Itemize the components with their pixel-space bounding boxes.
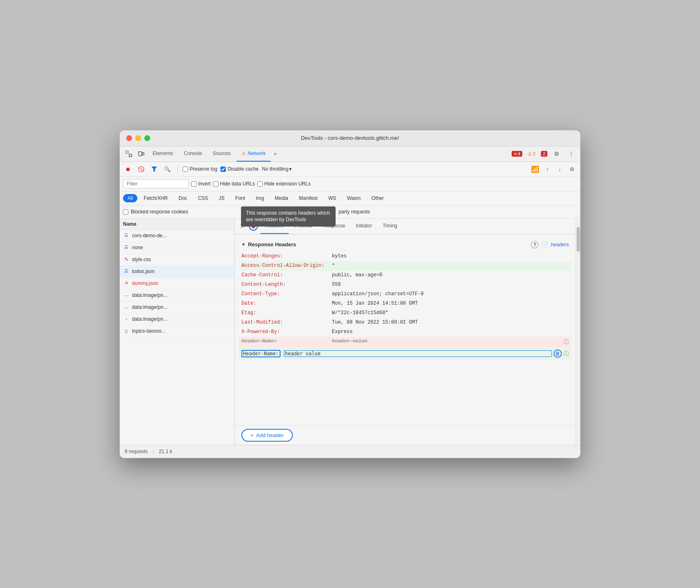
headers-file-button[interactable]: 📄 .headers (542, 242, 569, 248)
img-icon-small: ▪ (123, 316, 130, 322)
tab-elements[interactable]: Elements (148, 146, 178, 162)
network-toolbar: ⏺ 🚫 🔍 Preserve log Disable cache No thro… (120, 162, 580, 177)
scrollbar-thumb[interactable] (577, 227, 580, 252)
header-row: Last-Modified: Tue, 08 Nov 2022 15:00:01… (241, 318, 569, 327)
filter-js[interactable]: JS (214, 194, 229, 202)
svg-marker-4 (151, 167, 157, 171)
help-icon[interactable]: ? (531, 241, 538, 248)
hide-data-urls-label[interactable]: Hide data URLs (213, 181, 255, 187)
blocked-cookies-checkbox[interactable] (123, 209, 128, 215)
disable-cache-label[interactable]: Disable cache (220, 166, 258, 172)
inspect-element-icon[interactable] (123, 148, 134, 160)
clear-button[interactable]: 🚫 (136, 164, 146, 174)
filter-doc[interactable]: Doc (174, 194, 192, 202)
upload-icon[interactable]: ↑ (542, 164, 552, 174)
add-header-section: + Add header (235, 425, 575, 445)
delete-header-icon[interactable]: 🗑 (554, 350, 562, 358)
devtools-window: DevTools - cors-demo-devtools.glitch.me/… (120, 130, 580, 458)
request-list-header: Name (120, 219, 234, 230)
device-toolbar-icon[interactable] (135, 148, 147, 160)
warning-badge: ⚠ 2 (526, 150, 538, 157)
filter-media[interactable]: Media (270, 194, 293, 202)
error-icon: ✕ (123, 280, 130, 287)
info-icon[interactable]: ⓘ (563, 338, 569, 346)
svg-rect-3 (142, 153, 144, 155)
filter-fetch-xhr[interactable]: Fetch/XHR (139, 194, 172, 202)
blocked-notice-bar: Blocked response cookies This response c… (120, 206, 580, 219)
filter-manifest[interactable]: Manifest (294, 194, 322, 202)
hide-extension-urls-label[interactable]: Hide extension URLs (257, 181, 311, 187)
css-icon: ✎ (123, 256, 130, 263)
info-icon-2[interactable]: ⓘ (563, 350, 569, 357)
tab-timing[interactable]: Timing (378, 219, 402, 234)
header-row-strikethrough: Header-Name: header value ⓘ (239, 337, 571, 348)
search-icon[interactable]: 🔍 (162, 164, 172, 174)
download-icon[interactable]: ↓ (555, 164, 565, 174)
response-headers-section-title: ▼ Response Headers ? 📄 .headers (241, 238, 569, 252)
main-content-area: Name ☰ cors-demo-de... ☰ none ✎ style.cs… (120, 219, 580, 445)
add-header-label: Add header (256, 432, 284, 438)
filter-wasm[interactable]: Wasm (343, 194, 366, 202)
headers-content: ▼ Response Headers ? 📄 .headers Accept-R… (235, 234, 575, 425)
hide-data-urls-checkbox[interactable] (213, 181, 218, 187)
tab-initiator[interactable]: Initiator (351, 219, 377, 234)
close-window-button[interactable] (126, 135, 132, 141)
preserve-log-label[interactable]: Preserve log (183, 166, 217, 172)
list-item[interactable]: — data:image/pn... (120, 301, 234, 313)
invert-checkbox[interactable] (191, 181, 197, 187)
list-item[interactable]: ✎ style.css (120, 254, 234, 266)
throttle-select[interactable]: No throttling ▾ (262, 166, 292, 172)
wifi-icon[interactable]: 📶 (530, 164, 540, 174)
triangle-icon: ▼ (241, 242, 246, 247)
more-options-icon[interactable]: ⋮ (566, 148, 577, 160)
list-item-selected[interactable]: ☰ todos.json (120, 266, 234, 278)
section-actions: ? 📄 .headers (531, 241, 569, 248)
header-row: Accept-Ranges: bytes (241, 252, 569, 261)
separator (177, 165, 178, 173)
disable-cache-checkbox[interactable] (220, 167, 226, 172)
chevron-down-icon: ▾ (289, 166, 292, 172)
network-settings-icon[interactable]: ⚙ (567, 164, 577, 174)
scrollbar[interactable] (575, 219, 580, 445)
type-filter-bar: All Fetch/XHR Doc CSS JS Font Img Media … (120, 192, 580, 206)
filter-all[interactable]: All (123, 194, 137, 202)
invert-label[interactable]: Invert (191, 181, 211, 187)
tab-network[interactable]: ⚠ Network (236, 146, 271, 162)
file-icon: 📄 (542, 242, 548, 248)
list-item[interactable]: ☰ none (120, 242, 234, 254)
error-badge: ✕ 4 (512, 151, 522, 157)
transfer-size: 21.1 k (159, 449, 172, 454)
preserve-log-checkbox[interactable] (183, 167, 188, 172)
hide-extension-urls-checkbox[interactable] (257, 181, 263, 187)
record-button[interactable]: ⏺ (123, 164, 133, 174)
window-title: DevTools - cors-demo-devtools.glitch.me/ (301, 135, 399, 141)
tab-sources[interactable]: Sources (208, 146, 236, 162)
header-row: Date: Mon, 15 Jan 2024 14:51:08 GMT (241, 299, 569, 308)
filter-icon[interactable] (149, 164, 159, 174)
list-item[interactable]: — data:image/pn... (120, 289, 234, 301)
filter-img[interactable]: Img (251, 194, 269, 202)
header-row: Etag: W/"22c-18457c15d68" (241, 308, 569, 318)
doc-icon: ☰ (123, 232, 130, 239)
tab-console[interactable]: Console (179, 146, 207, 162)
header-row-highlighted: Access-Control-Allow-Origin: * (239, 261, 571, 271)
filter-css[interactable]: CSS (193, 194, 213, 202)
add-header-button[interactable]: + Add header (241, 429, 293, 442)
list-item[interactable]: ▪ data:image/pn... (120, 313, 234, 325)
filter-font[interactable]: Font (231, 194, 250, 202)
doc-icon: ☰ (123, 244, 130, 251)
header-row: X-Powered-By: Express (241, 327, 569, 337)
minimize-window-button[interactable] (135, 135, 141, 141)
filter-input[interactable] (123, 179, 189, 188)
tooltip-popup: This response contains headers which are… (241, 206, 336, 227)
filter-other[interactable]: Other (367, 194, 388, 202)
list-item[interactable]: ✕ dummy.json (120, 278, 234, 289)
filter-ws[interactable]: WS (324, 194, 341, 202)
more-tabs-button[interactable]: » (271, 149, 279, 158)
list-item[interactable]: {} topics-taxono... (120, 325, 234, 337)
list-item[interactable]: ☰ cors-demo-de... (120, 230, 234, 242)
header-row: Content-Type: application/json; charset=… (241, 289, 569, 299)
maximize-window-button[interactable] (144, 135, 150, 141)
settings-icon[interactable]: ⚙ (551, 148, 562, 160)
title-bar: DevTools - cors-demo-devtools.glitch.me/ (120, 130, 580, 146)
